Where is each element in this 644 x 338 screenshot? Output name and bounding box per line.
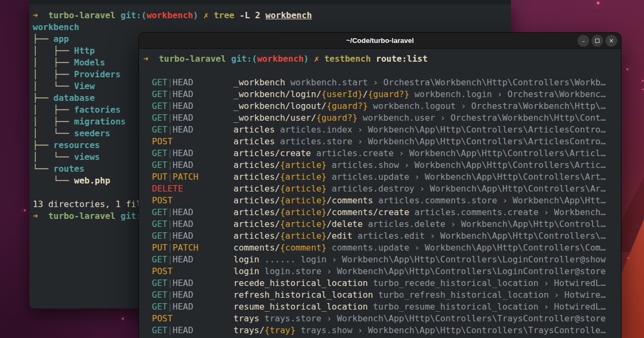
window-controls: – ✕ — [577, 35, 617, 47]
maximize-button[interactable] — [591, 35, 603, 47]
route-row: GET|HEADtrays/{tray} trays.show › Workbe… — [143, 325, 621, 336]
route-row: GET|HEAD_workbench/login/{userId}/{guard… — [143, 89, 621, 100]
wallpaper-star — [122, 318, 124, 320]
maximize-icon — [595, 39, 599, 43]
route-row: GET|HEADarticles/{article}/edit articles… — [143, 230, 621, 242]
route-list-output: GET|HEAD_workbench workbench.start › Orc… — [143, 77, 621, 336]
route-row: GET|HEADarticles/{article}/delete articl… — [143, 218, 621, 230]
blank-line — [143, 65, 621, 77]
shell-prompt-tree-command: ➜ turbo-laravel git:(workbench) ✗ tree -… — [33, 10, 511, 21]
tree-line: workbench — [33, 21, 511, 33]
route-row: GET|HEADrecede_historical_location turbo… — [143, 277, 621, 289]
route-row: POSTarticles articles.store › Workbench\… — [143, 136, 621, 148]
route-row: GET|HEADarticles/{article} articles.show… — [143, 159, 621, 171]
close-button[interactable]: ✕ — [605, 35, 617, 47]
route-row: GET|HEADarticles articles.index › Workbe… — [143, 124, 621, 136]
close-icon: ✕ — [609, 38, 613, 44]
minimize-button[interactable]: – — [577, 35, 589, 47]
route-row: PUT|PATCHcomments/{comment} comments.upd… — [143, 242, 621, 254]
terminal-window-front[interactable]: ~/Code/turbo-laravel – ✕ ➜ turbo-laravel… — [138, 32, 621, 338]
route-row: GET|HEADarticles/{article}/comments/crea… — [143, 207, 621, 218]
route-row: POSTlogin login.store › Workbench\App\Ht… — [143, 266, 621, 277]
route-row: GET|HEADresume_historical_location turbo… — [143, 301, 621, 313]
route-row: POSTarticles/{article}/comments articles… — [143, 195, 621, 207]
wallpaper-star — [24, 209, 26, 211]
route-row: GET|HEAD_workbench/user/{guard?} workben… — [143, 112, 621, 124]
route-row: GET|HEADarticles/create articles.create … — [143, 148, 621, 159]
front-terminal-content: ➜ turbo-laravel git:(workbench) ✗ testbe… — [139, 49, 621, 336]
back-window-top-edge — [30, 0, 511, 4]
route-row: GET|HEAD_workbench workbench.start › Orc… — [143, 77, 621, 89]
route-row: DELETEarticles/{article} articles.destro… — [143, 183, 621, 195]
route-row: GET|HEAD_workbench/logout/{guard?} workb… — [143, 100, 621, 112]
tree-summary-text: 13 directories, 1 file — [33, 199, 147, 209]
wallpaper-star — [642, 80, 643, 82]
titlebar[interactable]: ~/Code/turbo-laravel – ✕ — [139, 33, 621, 49]
route-row: GET|HEADrefresh_historical_location turb… — [143, 289, 621, 301]
wallpaper-star — [626, 68, 628, 70]
window-title: ~/Code/turbo-laravel — [346, 36, 414, 45]
route-row: PUT|PATCHarticles/{article} articles.upd… — [143, 171, 621, 183]
wallpaper-star — [627, 257, 630, 259]
route-row: POSTtrays trays.store › Workbench\App\Ht… — [143, 313, 621, 325]
route-row: GET|HEADlogin ...... login › Workbench\A… — [143, 254, 621, 266]
wallpaper-star — [597, 2, 599, 4]
minimize-icon: – — [582, 38, 585, 44]
shell-prompt-routelist-command: ➜ turbo-laravel git:(workbench) ✗ testbe… — [143, 53, 621, 65]
